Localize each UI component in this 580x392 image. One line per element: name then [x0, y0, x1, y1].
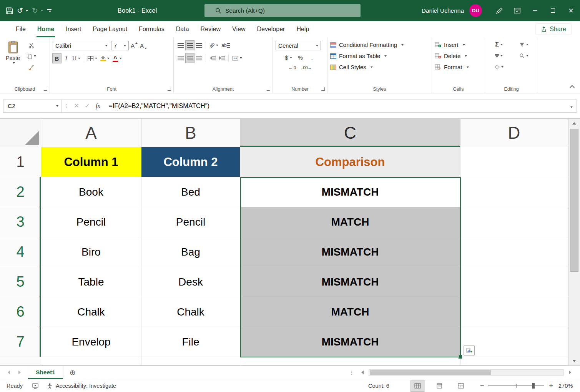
previous-sheet-button[interactable]: [8, 370, 10, 374]
cell-D3[interactable]: [460, 207, 568, 237]
comma-style-button[interactable]: ,: [308, 53, 316, 62]
page-layout-view-button[interactable]: [432, 381, 446, 391]
cell-B4[interactable]: Bag: [141, 237, 240, 267]
row-header-2[interactable]: 2: [0, 177, 41, 207]
cell-C8[interactable]: [240, 357, 460, 365]
format-painter-button[interactable]: [25, 62, 37, 71]
fill-button[interactable]: [489, 51, 509, 60]
scroll-left-button[interactable]: [358, 368, 367, 377]
macro-record-button[interactable]: [28, 383, 43, 389]
cut-button[interactable]: [25, 41, 37, 50]
font-dialog-launcher[interactable]: [168, 87, 171, 91]
orientation-button[interactable]: ab: [208, 41, 219, 50]
cell-C4[interactable]: MISMATCH: [240, 237, 460, 267]
font-size-select[interactable]: 7: [111, 41, 129, 50]
tab-page-layout[interactable]: Page Layout: [87, 21, 133, 37]
copy-button[interactable]: [25, 51, 37, 61]
delete-cells-button[interactable]: Delete: [435, 50, 482, 61]
underline-button[interactable]: U: [71, 54, 81, 63]
customize-quick-access-button[interactable]: [47, 9, 52, 12]
maximize-button[interactable]: [544, 0, 562, 21]
bottom-align-button[interactable]: [195, 41, 203, 50]
accounting-format-button[interactable]: $: [284, 53, 293, 62]
format-cells-button[interactable]: Format: [435, 61, 482, 73]
cancel-button[interactable]: ✕: [71, 102, 82, 110]
analyze-data-button[interactable]: [489, 62, 509, 71]
cell-C2-active[interactable]: MISMATCH: [240, 177, 460, 207]
increase-indent-button[interactable]: [218, 53, 226, 63]
sheet-tab-sheet1[interactable]: Sheet1: [28, 366, 63, 379]
zoom-slider[interactable]: [488, 385, 544, 386]
horizontal-scroll-track[interactable]: [369, 369, 564, 376]
italic-button[interactable]: I: [62, 54, 70, 63]
undo-button[interactable]: ↺: [17, 7, 28, 14]
zoom-level[interactable]: 270%: [558, 383, 580, 389]
align-center-button[interactable]: [186, 53, 194, 63]
select-all-button[interactable]: [0, 119, 41, 147]
row-header-4[interactable]: 4: [0, 237, 41, 267]
scroll-up-button[interactable]: [568, 119, 580, 128]
cell-B3[interactable]: Pencil: [141, 207, 240, 237]
align-right-button[interactable]: [195, 53, 203, 63]
align-left-button[interactable]: [176, 53, 185, 63]
cell-styles-button[interactable]: Cell Styles: [330, 61, 429, 73]
row-header-7[interactable]: 7: [0, 327, 41, 357]
cell-B7[interactable]: File: [141, 327, 240, 357]
cell-A1[interactable]: Column 1: [41, 147, 141, 177]
tab-view[interactable]: View: [226, 21, 251, 37]
minimize-button[interactable]: [526, 0, 544, 21]
cell-B1[interactable]: Column 2: [141, 147, 240, 177]
cell-D4[interactable]: [460, 237, 568, 267]
fill-color-button[interactable]: [99, 54, 111, 63]
middle-align-button[interactable]: [186, 41, 194, 50]
vertical-scrollbar[interactable]: [568, 119, 580, 365]
cell-D1[interactable]: [460, 147, 568, 177]
bold-button[interactable]: B: [53, 54, 61, 63]
wrap-text-button[interactable]: ab: [220, 41, 231, 50]
cell-A2[interactable]: Book: [41, 177, 141, 207]
column-header-d[interactable]: D: [460, 119, 568, 147]
cell-A4[interactable]: Biro: [41, 237, 141, 267]
tab-data[interactable]: Data: [170, 21, 195, 37]
ribbon-display-options-button[interactable]: [508, 0, 526, 21]
tab-review[interactable]: Review: [195, 21, 226, 37]
redo-button[interactable]: ↻: [32, 7, 43, 14]
row-header-5[interactable]: 5: [0, 267, 41, 297]
increase-font-size-button[interactable]: A: [130, 41, 138, 50]
tab-split-handle[interactable]: ⋮: [347, 370, 356, 375]
cell-A3[interactable]: Pencil: [41, 207, 141, 237]
insert-cells-button[interactable]: Insert: [435, 39, 482, 50]
page-break-view-button[interactable]: [454, 381, 468, 391]
row-header-8[interactable]: [0, 357, 41, 365]
cell-B6[interactable]: Chalk: [141, 297, 240, 327]
scroll-right-button[interactable]: [565, 368, 575, 377]
insert-function-button[interactable]: fx: [93, 102, 103, 110]
formula-input[interactable]: =IF(A2=B2,"MATCH","MISMATCH"): [103, 102, 565, 110]
name-box[interactable]: C2: [3, 100, 62, 112]
paste-button[interactable]: Paste: [3, 39, 23, 71]
tab-formulas[interactable]: Formulas: [133, 21, 170, 37]
new-sheet-button[interactable]: ⊕: [70, 368, 76, 377]
enter-button[interactable]: ✓: [82, 102, 93, 110]
top-align-button[interactable]: [176, 41, 185, 50]
cell-B8[interactable]: [141, 357, 240, 365]
cell-D2[interactable]: [460, 177, 568, 207]
alignment-dialog-launcher[interactable]: [267, 87, 270, 91]
cell-A5[interactable]: Table: [41, 267, 141, 297]
close-button[interactable]: ×: [562, 0, 580, 21]
cell-C1[interactable]: Comparison: [240, 147, 460, 177]
column-header-a[interactable]: A: [41, 119, 141, 147]
expand-formula-bar-button[interactable]: [565, 103, 577, 110]
zoom-out-button[interactable]: −: [472, 382, 488, 390]
cell-C3[interactable]: MATCH: [240, 207, 460, 237]
quick-analysis-button[interactable]: [464, 345, 475, 355]
autosum-button[interactable]: Σ: [489, 40, 509, 49]
clipboard-dialog-launcher[interactable]: [44, 87, 47, 91]
cell-D6[interactable]: [460, 297, 568, 327]
cell-A6[interactable]: Chalk: [41, 297, 141, 327]
cell-D7[interactable]: [460, 327, 568, 357]
cell-A8[interactable]: [41, 357, 141, 365]
sort-filter-button[interactable]: [513, 40, 534, 49]
cell-C7[interactable]: MISMATCH: [240, 327, 460, 357]
number-dialog-launcher[interactable]: [321, 87, 325, 91]
